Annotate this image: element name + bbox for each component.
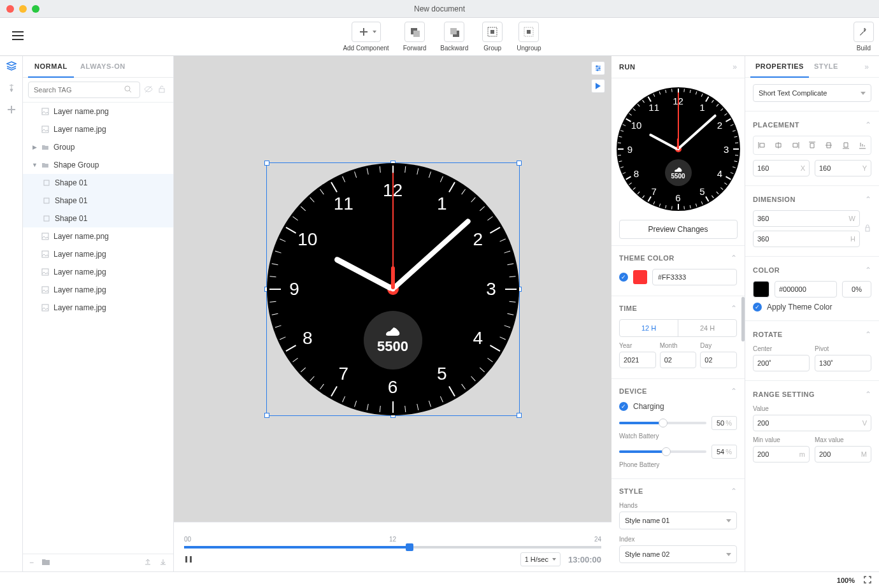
timeline-thumb[interactable] <box>406 543 413 551</box>
hands-select[interactable]: Style name 01 <box>619 512 737 529</box>
menu-button[interactable] <box>12 31 24 42</box>
resize-handle[interactable] <box>264 413 269 418</box>
layer-item[interactable]: Layer name.png <box>23 227 173 245</box>
visibility-toggle-icon[interactable] <box>144 85 154 96</box>
x-input[interactable]: 160X <box>753 160 810 176</box>
value-input[interactable]: 200V <box>753 415 871 431</box>
add-rail-icon[interactable] <box>6 104 17 115</box>
collapse-section-icon[interactable]: ⌃ <box>731 254 737 262</box>
layer-item[interactable]: Shape 01 <box>23 210 173 227</box>
collapse-section-icon[interactable]: ⌃ <box>731 487 737 496</box>
pin-rail-icon[interactable] <box>6 83 17 93</box>
collapse-section-icon[interactable]: ⌃ <box>865 266 871 275</box>
theme-color-enabled-checkbox[interactable] <box>619 273 628 282</box>
seg-24h[interactable]: 24 H <box>678 320 736 336</box>
resize-handle[interactable] <box>517 413 522 418</box>
tab-style[interactable]: STYLE <box>809 56 843 77</box>
day-input[interactable]: 02 <box>700 352 737 368</box>
resize-handle[interactable] <box>517 161 522 166</box>
scrollbar[interactable] <box>741 297 745 341</box>
height-input[interactable]: 360H <box>753 231 860 247</box>
phone-battery-slider[interactable] <box>619 450 706 453</box>
collapse-props-icon[interactable]: » <box>864 62 874 71</box>
month-input[interactable]: 02 <box>660 352 697 368</box>
pause-button[interactable] <box>184 555 193 564</box>
layer-group[interactable]: ▶ Group <box>23 138 173 156</box>
component-type-select[interactable]: Short Text Complicate <box>753 84 871 102</box>
lock-toggle-icon[interactable] <box>158 85 168 95</box>
align-center-v-icon[interactable] <box>822 139 836 152</box>
color-hex-input[interactable]: #000000 <box>775 281 837 298</box>
layer-item[interactable]: Layer name.png <box>23 103 173 120</box>
watch-battery-input[interactable]: 50% <box>711 416 737 430</box>
maximize-window-button[interactable] <box>32 5 39 13</box>
group-button[interactable]: Group <box>482 22 503 52</box>
timeline-ruler[interactable]: 00 12 24 <box>184 536 601 549</box>
phone-battery-input[interactable]: 54% <box>711 445 737 459</box>
download-icon[interactable] <box>159 558 167 568</box>
watch-battery-slider[interactable] <box>619 422 706 424</box>
search-input-wrap[interactable] <box>28 82 140 98</box>
collapse-section-icon[interactable]: ⌃ <box>865 195 871 204</box>
layer-item[interactable]: Layer name.jpg <box>23 263 173 281</box>
pivot-input[interactable]: 130˚ <box>815 355 871 371</box>
fullscreen-icon[interactable] <box>864 576 871 585</box>
index-select[interactable]: Style name 02 <box>619 545 737 563</box>
ungroup-button[interactable]: Ungroup <box>517 22 541 52</box>
collapse-section-icon[interactable]: ⌃ <box>865 330 871 339</box>
layer-item[interactable]: Layer name.jpg <box>23 281 173 299</box>
layer-group[interactable]: ▼ Shape Group <box>23 156 173 174</box>
collapse-section-icon[interactable]: ⌃ <box>731 387 737 396</box>
zoom-level[interactable]: 100% <box>837 577 855 584</box>
layer-item[interactable]: Shape 01 <box>23 174 173 192</box>
layer-item[interactable]: Layer name.jpg <box>23 245 173 263</box>
selection-box[interactable]: 5500 123456789101112 <box>266 162 520 416</box>
canvas[interactable]: 5500 123456789101112 <box>174 56 611 522</box>
layer-item[interactable]: Layer name.jpg <box>23 299 173 317</box>
year-input[interactable]: 2021 <box>619 352 656 368</box>
layer-item[interactable]: Layer name.jpg <box>23 120 173 138</box>
theme-color-input[interactable]: #FF3333 <box>652 269 737 285</box>
caret-right-icon[interactable]: ▶ <box>32 144 37 150</box>
upload-icon[interactable] <box>144 558 152 568</box>
color-swatch[interactable] <box>753 281 769 298</box>
collapse-run-icon[interactable]: » <box>732 62 737 71</box>
charging-checkbox[interactable] <box>619 402 628 411</box>
minimize-window-button[interactable] <box>19 5 27 13</box>
collapse-section-icon[interactable]: ⌃ <box>731 304 737 313</box>
apply-theme-checkbox[interactable] <box>753 303 762 312</box>
close-window-button[interactable] <box>6 5 14 13</box>
y-input[interactable]: 160Y <box>815 160 871 176</box>
remove-layer-icon[interactable]: − <box>29 558 34 568</box>
add-component-button[interactable]: Add Component <box>343 22 389 52</box>
theme-color-swatch[interactable] <box>633 270 647 284</box>
backward-button[interactable]: Backward <box>440 22 468 52</box>
align-left-icon[interactable] <box>755 139 769 152</box>
max-input[interactable]: 200M <box>815 446 871 463</box>
new-folder-icon[interactable] <box>41 558 50 568</box>
align-right-icon[interactable] <box>789 139 803 152</box>
build-button[interactable]: Build <box>854 22 874 52</box>
collapse-section-icon[interactable]: ⌃ <box>865 390 871 399</box>
tab-normal[interactable]: NORMAL <box>28 56 74 78</box>
center-input[interactable]: 200˚ <box>753 355 810 371</box>
tab-always-on[interactable]: ALWAYS-ON <box>74 56 132 77</box>
align-bottom-icon[interactable] <box>839 139 853 152</box>
opacity-input[interactable]: 0% <box>842 281 871 298</box>
collapse-section-icon[interactable]: ⌃ <box>865 120 871 129</box>
resize-handle[interactable] <box>264 161 269 166</box>
layer-item[interactable]: Shape 01 <box>23 192 173 210</box>
preview-changes-button[interactable]: Preview Changes <box>619 220 738 239</box>
playback-rate-select[interactable]: 1 H/sec <box>520 552 561 566</box>
distribute-icon[interactable] <box>855 139 869 152</box>
align-center-h-icon[interactable] <box>771 139 785 152</box>
tab-properties[interactable]: PROPERTIES <box>750 56 809 78</box>
width-input[interactable]: 360W <box>753 210 860 227</box>
search-input[interactable] <box>34 86 124 94</box>
forward-button[interactable]: Forward <box>403 22 427 52</box>
caret-down-icon[interactable]: ▼ <box>32 162 37 168</box>
min-input[interactable]: 200m <box>753 446 810 463</box>
layers-rail-icon[interactable] <box>6 61 17 71</box>
seg-12h[interactable]: 12 H <box>620 320 678 336</box>
align-top-icon[interactable] <box>805 139 819 152</box>
